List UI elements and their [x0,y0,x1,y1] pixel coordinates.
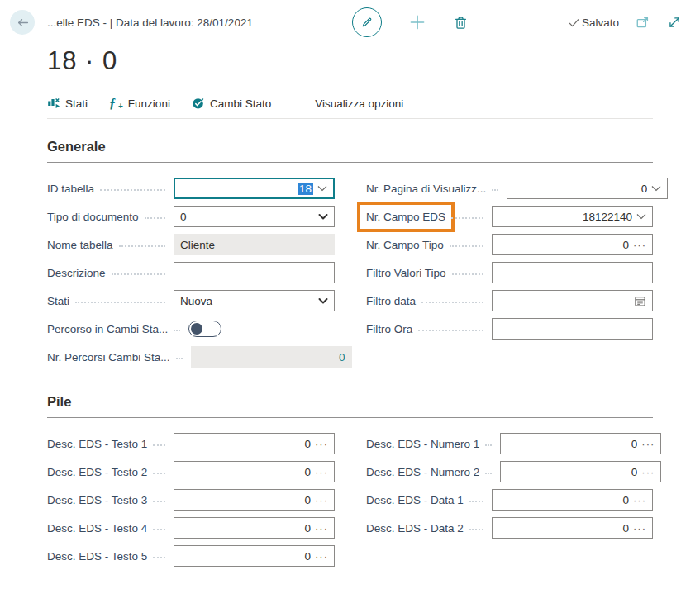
chevron-down-icon[interactable] [636,213,646,220]
nr-percorsi-value[interactable]: 0 [198,351,345,363]
percorso-cambi-stato-label: Percorso in Cambi Sta... [47,323,168,335]
dotted-leader [492,189,498,191]
nr-percorsi-label: Nr. Percorsi Cambi Sta... [47,351,170,363]
assist-edit-icon[interactable]: ··· [315,439,328,449]
edit-button[interactable] [352,7,382,37]
menu-funzioni[interactable]: ƒ + Funzioni [109,96,170,111]
popout-button[interactable] [636,15,650,30]
desc-eds-testo5-field[interactable]: 0 ··· [174,545,335,567]
dotted-leader [174,330,180,331]
select-chevron-icon[interactable] [318,213,328,221]
dotted-leader [119,245,165,247]
filtro-ora-label: Filtro Ora [366,323,412,335]
section-pile-title: Pile [47,394,653,418]
back-button[interactable] [10,10,35,35]
tipo-documento-select[interactable]: 0 [174,206,335,227]
assist-edit-icon[interactable]: ··· [641,439,655,449]
assist-edit-icon[interactable]: ··· [315,495,328,506]
dotted-leader [485,473,492,474]
back-arrow-icon [16,16,30,30]
nr-campo-eds-field[interactable]: 18122140 [492,206,653,227]
trash-icon [453,15,469,31]
desc-eds-testo1-field[interactable]: 0 ··· [174,433,335,454]
dotted-leader [485,444,492,446]
assist-edit-icon[interactable]: ··· [315,523,328,534]
section-generale-title: Generale [47,139,653,163]
stati-label: Stati [47,295,69,307]
nr-pagina-field[interactable]: 0 [507,178,668,199]
descrizione-field[interactable] [174,262,335,283]
top-bar: ...elle EDS - | Data del lavoro: 28/01/2… [0,0,700,45]
assist-edit-icon[interactable]: ··· [641,467,655,477]
desc-eds-data1-value: 0 [498,494,629,506]
assist-edit-icon[interactable]: ··· [315,551,328,562]
dotted-leader [451,217,483,219]
dotted-leader [112,273,165,275]
section-pile: Pile Desc. EDS - Testo 1 0 ··· Desc. EDS… [47,394,653,567]
page-caption: ...elle EDS - | Data del lavoro: 28/01/2… [47,17,253,29]
expand-button[interactable] [667,15,682,30]
dotted-leader [450,245,483,247]
desc-eds-testo1-value: 0 [180,438,311,450]
function-icon: ƒ [109,97,116,110]
page-title: 18 · 0 [47,46,700,76]
desc-eds-testo3-field[interactable]: 0 ··· [174,489,335,511]
select-chevron-icon[interactable] [318,297,328,305]
menu-funzioni-label: Funzioni [128,97,170,110]
nr-percorsi-field: 0 [191,346,352,368]
function-plus-icon: + [118,102,123,111]
desc-eds-testo4-field[interactable]: 0 ··· [174,517,335,539]
desc-eds-testo2-field[interactable]: 0 ··· [174,461,335,482]
menu-cambi-stato-label: Cambi Stato [210,97,271,110]
desc-eds-testo3-value: 0 [180,494,311,506]
stati-select[interactable]: Nuova [174,290,335,311]
filtro-valori-tipo-label: Filtro Valori Tipo [366,267,446,279]
nome-tabella-value: Cliente [180,239,328,251]
assist-edit-icon[interactable]: ··· [633,495,646,506]
assist-edit-icon[interactable]: ··· [633,523,646,534]
desc-eds-numero1-field[interactable]: 0 ··· [500,433,661,454]
dotted-leader [469,529,483,530]
desc-eds-testo2-label: Desc. EDS - Testo 2 [47,466,147,478]
filtro-data-field[interactable] [492,290,653,311]
assist-edit-icon[interactable]: ··· [633,240,646,250]
state-change-check-icon [192,97,205,110]
tipo-documento-label: Tipo di documento [47,211,139,223]
id-tabella-field[interactable]: 18 [174,178,335,199]
filtro-ora-field[interactable] [492,318,653,340]
desc-eds-testo5-value: 0 [180,550,311,563]
plus-icon [408,13,426,31]
check-icon [568,17,580,29]
chevron-down-icon[interactable] [317,185,327,192]
dotted-leader [153,473,165,474]
filtro-valori-tipo-field[interactable] [492,262,653,283]
dotted-leader [153,444,165,446]
assist-edit-icon[interactable]: ··· [315,467,328,477]
desc-eds-numero2-value: 0 [507,466,637,478]
dotted-leader [452,273,483,275]
percorso-cambi-stato-toggle[interactable] [188,321,221,337]
desc-eds-data2-field[interactable]: 0 ··· [492,517,653,539]
desc-eds-data1-field[interactable]: 0 ··· [492,489,653,511]
menu-cambi-stato[interactable]: Cambi Stato [192,97,271,110]
toolbar-divider [293,93,293,113]
nr-pagina-value: 0 [513,183,647,195]
delete-button[interactable] [453,15,469,31]
new-button[interactable] [408,13,426,31]
dotted-leader [421,302,483,303]
action-toolbar: Stati ƒ + Funzioni Cambi Stato Visualizz… [47,88,653,119]
stati-value: Nuova [180,295,314,307]
calendar-icon[interactable] [634,295,646,307]
nome-tabella-label: Nome tabella [47,239,113,251]
desc-eds-numero2-field[interactable]: 0 ··· [500,461,661,482]
descrizione-label: Descrizione [47,267,106,279]
menu-visualizza-opzioni[interactable]: Visualizza opzioni [315,97,403,110]
desc-eds-testo3-label: Desc. EDS - Testo 3 [47,494,147,506]
section-generale: Generale ID tabella 18 Tipo di documento [47,139,653,368]
chevron-down-icon[interactable] [651,185,661,192]
menu-stati[interactable]: Stati [47,97,88,110]
nr-campo-tipo-field[interactable]: 0 ··· [492,234,653,255]
popout-icon [636,15,650,30]
desc-eds-data2-value: 0 [498,522,629,534]
desc-eds-testo4-value: 0 [180,522,311,534]
